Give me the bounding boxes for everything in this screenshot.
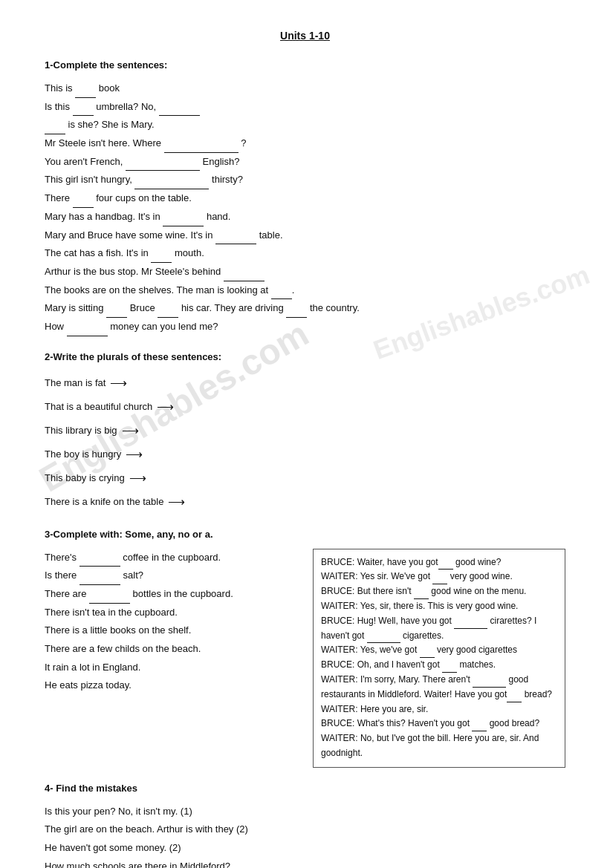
- line-item: There isn't tea in the cupboard.: [45, 604, 298, 622]
- section-3-dialogue: BRUCE: Waiter, have you got good wine? W…: [313, 549, 565, 768]
- section-2: 2-Write the plurals of these sentences: …: [45, 351, 565, 514]
- dialogue-line: WAITER: I'm sorry, Mary. There aren't go…: [321, 673, 557, 702]
- line-item: Is this umbrella? No,: [45, 98, 565, 117]
- dialogue-line: WAITER: Here you are, sir.: [321, 702, 557, 717]
- line-item: How money can you lend me?: [45, 318, 565, 336]
- section-3: 3-Complete with: Some, any, no or a. The…: [45, 529, 565, 768]
- dialogue-line: BRUCE: What's this? Haven't you got good…: [321, 717, 557, 731]
- dialogue-line: BRUCE: But there isn't good wine on the …: [321, 584, 557, 599]
- dialogue-line: WAITER: No, but I've got the bill. Here …: [321, 731, 557, 761]
- line-item: There four cups on the table.: [45, 189, 565, 208]
- line-item: How much schools are there in Middleford…: [45, 858, 565, 868]
- section-2-title: 2-Write the plurals of these sentences:: [45, 351, 565, 362]
- section-1: 1-Complete the sentences: This is book I…: [45, 59, 565, 336]
- dialogue-line: WAITER: Yes, we've got very good cigaret…: [321, 643, 557, 658]
- section-3-left: There's coffee in the cupboard. Is there…: [45, 549, 298, 768]
- line-item: Mary is sitting Bruce his car. They are …: [45, 299, 565, 318]
- line-item: Mary and Bruce have some wine. It's in t…: [45, 226, 565, 245]
- arrow-line: This baby is crying ⟶: [45, 466, 565, 490]
- line-item: He haven't got some money. (2): [45, 839, 565, 858]
- line-item: The books are on the shelves. The man is…: [45, 281, 565, 300]
- line-item: You aren't French, English?: [45, 153, 565, 172]
- line-item: This is book: [45, 79, 565, 98]
- line-item: There's coffee in the cupboard.: [45, 549, 298, 567]
- section-4-title: 4- Find the mistakes: [45, 783, 565, 794]
- line-item: The girl are on the beach. Arthur is wit…: [45, 820, 565, 839]
- section-3-content: There's coffee in the cupboard. Is there…: [45, 549, 565, 768]
- line-item: There are a few childs on the beach.: [45, 640, 298, 659]
- section-2-lines: The man is fat ⟶ That is a beautiful chu…: [45, 371, 565, 514]
- dialogue-line: WAITER: Yes, sir, there is. This is very…: [321, 599, 557, 614]
- line-item: Is this your pen? No, it isn't my. (1): [45, 803, 565, 821]
- section-4: 4- Find the mistakes Is this your pen? N…: [45, 783, 565, 868]
- line-item: There are bottles in the cupboard.: [45, 585, 298, 604]
- arrow-line: There is a knife on the table ⟶: [45, 490, 565, 514]
- arrow-line: The boy is hungry ⟶: [45, 443, 565, 466]
- line-item: Mr Steele isn't here. Where ?: [45, 134, 565, 153]
- dialogue-line: WAITER: Yes sir. We've got very good win…: [321, 570, 557, 584]
- section-4-lines: Is this your pen? No, it isn't my. (1) T…: [45, 803, 565, 868]
- line-item: The cat has a fish. It's in mouth.: [45, 244, 565, 263]
- arrow-line: This library is big ⟶: [45, 419, 565, 443]
- dialogue-line: BRUCE: Hug! Well, have you got cirarette…: [321, 614, 557, 644]
- line-item: This girl isn't hungry, thirsty?: [45, 171, 565, 189]
- section-3-left-lines: There's coffee in the cupboard. Is there…: [45, 549, 298, 696]
- line-item: Mary has a handbag. It's in hand.: [45, 208, 565, 226]
- page-title: Units 1-10: [45, 30, 565, 42]
- line-item: It rain a lot in England.: [45, 659, 298, 677]
- dialogue-line: BRUCE: Oh, and I haven't got matches.: [321, 658, 557, 673]
- line-item: Arthur is the bus stop. Mr Steele's behi…: [45, 263, 565, 281]
- line-item: He eats pizza today.: [45, 676, 298, 695]
- line-item: Is there salt?: [45, 567, 298, 585]
- line-item: is she? She is Mary.: [45, 116, 565, 134]
- dialogue-line: BRUCE: Waiter, have you got good wine?: [321, 555, 557, 570]
- section-1-lines: This is book Is this umbrella? No, is sh…: [45, 79, 565, 336]
- section-1-title: 1-Complete the sentences:: [45, 59, 565, 71]
- arrow-line: The man is fat ⟶: [45, 371, 565, 395]
- arrow-line: That is a beautiful church ⟶: [45, 395, 565, 419]
- line-item: There is a little books on the shelf.: [45, 621, 298, 640]
- section-3-title: 3-Complete with: Some, any, no or a.: [45, 529, 565, 540]
